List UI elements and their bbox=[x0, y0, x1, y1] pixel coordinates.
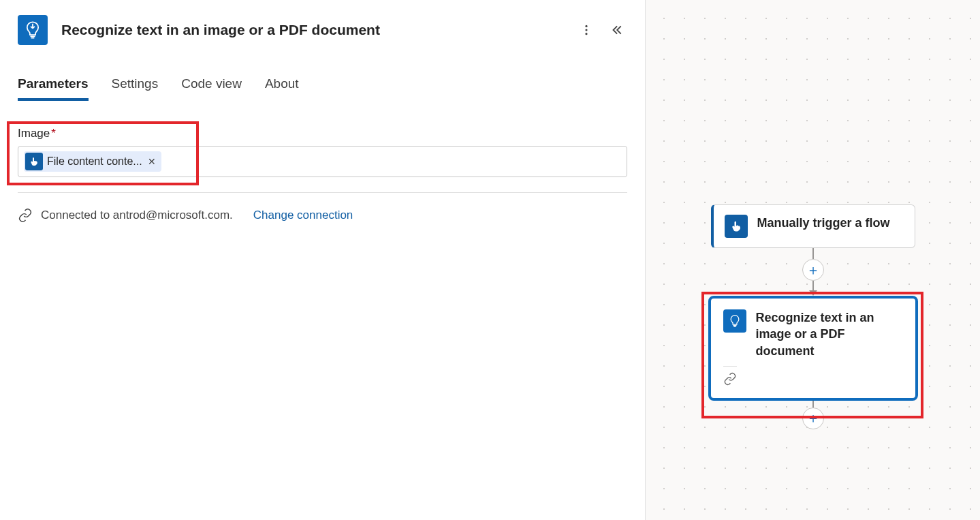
add-step-button[interactable]: ＋ bbox=[802, 259, 824, 281]
connector-line bbox=[812, 248, 814, 259]
param-label: Image* bbox=[18, 127, 627, 140]
flow-node-trigger[interactable]: Manually trigger a flow bbox=[711, 204, 915, 248]
touch-icon bbox=[725, 215, 748, 238]
touch-icon bbox=[25, 153, 43, 170]
svg-point-2 bbox=[585, 33, 587, 35]
action-config-panel: Recognize text in an image or a PDF docu… bbox=[0, 0, 646, 520]
change-connection-link[interactable]: Change connection bbox=[253, 209, 353, 222]
tab-code-view[interactable]: Code view bbox=[181, 76, 242, 101]
arrow-down-icon bbox=[809, 290, 817, 296]
node-title: Recognize text in an image or a PDF docu… bbox=[756, 309, 903, 359]
flow-node-selected-wrap: Recognize text in an image or a PDF docu… bbox=[708, 296, 918, 401]
add-step-button[interactable]: ＋ bbox=[802, 408, 824, 429]
tab-parameters[interactable]: Parameters bbox=[18, 76, 89, 101]
svg-point-0 bbox=[585, 25, 587, 27]
tab-settings[interactable]: Settings bbox=[112, 76, 159, 101]
token-remove-button[interactable]: ✕ bbox=[145, 156, 159, 167]
ai-builder-icon bbox=[18, 15, 48, 45]
tabs: Parameters Settings Code view About bbox=[0, 52, 645, 101]
flow-node-inner: Recognize text in an image or a PDF docu… bbox=[715, 303, 911, 394]
tab-about[interactable]: About bbox=[265, 76, 299, 101]
connector: ＋ bbox=[802, 248, 824, 296]
connector: ＋ bbox=[802, 401, 824, 429]
node-title: Manually trigger a flow bbox=[757, 215, 890, 231]
flow-column: Manually trigger a flow ＋ bbox=[708, 204, 918, 429]
param-image: Image* File content conte... ✕ bbox=[18, 127, 627, 177]
collapse-panel-button[interactable] bbox=[605, 19, 627, 41]
more-menu-button[interactable] bbox=[575, 19, 597, 41]
svg-point-1 bbox=[585, 29, 587, 31]
required-asterisk: * bbox=[51, 127, 56, 140]
flow-canvas[interactable]: Manually trigger a flow ＋ bbox=[646, 0, 980, 520]
connection-text: Connected to antrod@microsoft.com. bbox=[41, 209, 233, 222]
token-text: File content conte... bbox=[47, 155, 142, 168]
image-input[interactable]: File content conte... ✕ bbox=[18, 146, 627, 177]
panel-title: Recognize text in an image or a PDF docu… bbox=[61, 22, 567, 38]
connector-line bbox=[812, 401, 814, 408]
ai-builder-icon bbox=[723, 309, 746, 333]
connection-row: Connected to antrod@microsoft.com. Chang… bbox=[0, 193, 645, 238]
link-icon bbox=[18, 208, 33, 223]
link-icon bbox=[723, 372, 737, 388]
param-label-text: Image bbox=[18, 127, 50, 140]
node-footer bbox=[723, 366, 737, 388]
flow-node-action[interactable]: Recognize text in an image or a PDF docu… bbox=[708, 296, 918, 401]
dynamic-content-token[interactable]: File content conte... ✕ bbox=[24, 151, 161, 172]
panel-header: Recognize text in an image or a PDF docu… bbox=[0, 0, 645, 52]
